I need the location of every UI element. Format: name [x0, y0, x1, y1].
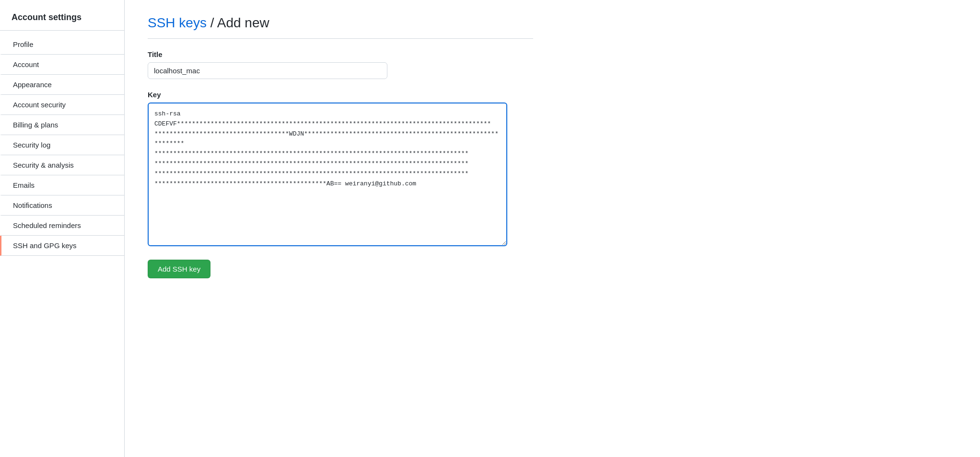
sidebar-item-appearance[interactable]: Appearance	[0, 75, 124, 95]
sidebar-item-ssh-gpg-keys[interactable]: SSH and GPG keys	[0, 236, 124, 256]
sidebar-title: Account settings	[0, 8, 124, 31]
sidebar-item-security-log[interactable]: Security log	[0, 135, 124, 155]
title-label: Title	[148, 50, 533, 58]
page-header: SSH keys / Add new	[148, 15, 533, 39]
key-field-group: Key	[148, 91, 533, 248]
sidebar-item-profile[interactable]: Profile	[0, 34, 124, 55]
sidebar-item-account-security[interactable]: Account security	[0, 95, 124, 115]
title-input[interactable]	[148, 62, 387, 79]
title-separator: /	[207, 15, 217, 30]
sidebar-item-security-analysis[interactable]: Security & analysis	[0, 155, 124, 175]
key-label: Key	[148, 91, 533, 99]
add-ssh-key-button[interactable]: Add SSH key	[148, 260, 210, 278]
sidebar: Account settings ProfileAccountAppearanc…	[0, 0, 125, 457]
sidebar-item-notifications[interactable]: Notifications	[0, 195, 124, 216]
ssh-keys-link[interactable]: SSH keys	[148, 15, 207, 30]
page-title: SSH keys / Add new	[148, 15, 533, 31]
title-field-group: Title	[148, 50, 533, 79]
main-content: SSH keys / Add new Title Key Add SSH key	[125, 0, 556, 457]
sidebar-item-scheduled-reminders[interactable]: Scheduled reminders	[0, 216, 124, 236]
sidebar-item-billing-plans[interactable]: Billing & plans	[0, 115, 124, 135]
sidebar-item-emails[interactable]: Emails	[0, 175, 124, 195]
title-rest: Add new	[217, 15, 269, 30]
sidebar-item-account[interactable]: Account	[0, 55, 124, 75]
key-textarea[interactable]	[148, 103, 507, 246]
